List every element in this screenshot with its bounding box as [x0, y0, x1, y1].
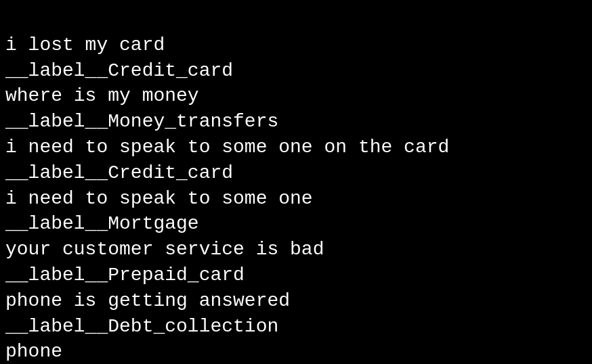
label-line: __label__Money_transfers	[5, 109, 587, 135]
label-line: __label__Credit_card	[5, 58, 587, 84]
label-line: __label__Prepaid_card	[5, 263, 587, 288]
text-line: i need to speak to some one	[5, 186, 587, 212]
text-line: where is my money	[5, 83, 587, 109]
label-line: __label__Debt_collection	[5, 314, 587, 340]
label-line: __label__Credit_card	[5, 160, 587, 186]
main-content: i lost my card__label__Credit_cardwhere …	[5, 7, 587, 364]
text-line: phone is getting answered	[5, 288, 587, 314]
text-line: phone	[5, 339, 587, 364]
label-line: __label__Mortgage	[5, 211, 587, 237]
text-line: your customer service is bad	[5, 237, 587, 263]
text-line: i need to speak to some one on the card	[5, 135, 587, 160]
text-line: i lost my card	[5, 32, 587, 58]
